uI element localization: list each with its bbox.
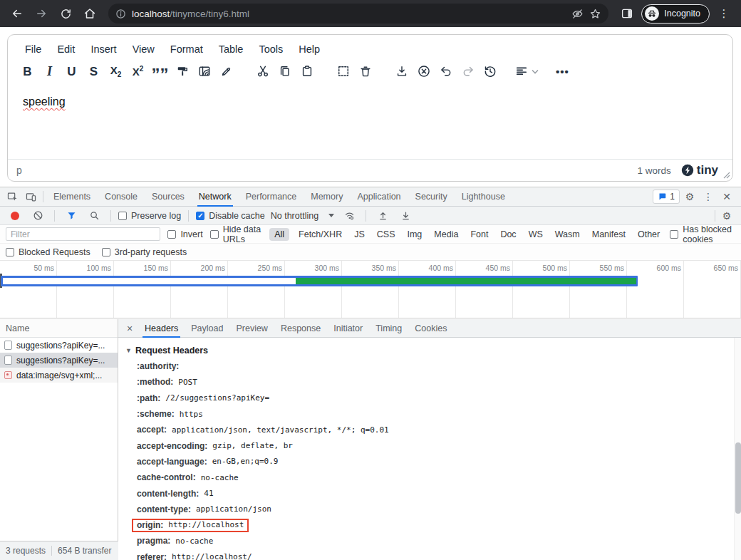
permanent-pen-button[interactable] (215, 61, 237, 82)
underline-button[interactable]: U (61, 61, 83, 82)
network-search-button[interactable] (85, 208, 103, 224)
eye-blocked-icon[interactable] (571, 8, 584, 20)
network-settings-button[interactable]: ⚙ (718, 208, 735, 224)
network-conditions-button[interactable] (340, 208, 358, 224)
devtools-menu-button[interactable]: ⋮ (700, 189, 717, 204)
more-button[interactable]: ••• (551, 61, 574, 82)
request-row[interactable]: suggestions?apiKey=... (0, 338, 118, 353)
redo-button[interactable] (457, 61, 479, 82)
menu-file[interactable]: File (18, 41, 48, 58)
export-button[interactable] (390, 61, 413, 82)
menu-view[interactable]: View (125, 41, 162, 58)
browser-menu-button[interactable]: ⋮ (714, 4, 734, 24)
menu-format[interactable]: Format (163, 41, 210, 58)
strikethrough-button[interactable]: S (83, 61, 105, 82)
throttling-dropdown[interactable]: No throttling (269, 211, 336, 221)
request-row[interactable]: data:image/svg+xml;... (0, 368, 118, 383)
third-party-requests-checkbox[interactable]: 3rd-party requests (102, 247, 187, 257)
device-toolbar-button[interactable] (21, 189, 40, 204)
filter-type-css[interactable]: CSS (374, 228, 398, 241)
network-overview-timeline[interactable]: 50 ms100 ms150 ms200 ms250 ms300 ms350 m… (0, 261, 741, 318)
devtools-tab-sources[interactable]: Sources (145, 187, 192, 207)
devtools-tab-performance[interactable]: Performance (239, 187, 304, 207)
blockquote-button[interactable]: ”” (149, 61, 171, 82)
forward-button[interactable] (31, 4, 51, 24)
devtools-tab-elements[interactable]: Elements (46, 187, 98, 207)
menu-tools[interactable]: Tools (252, 41, 290, 58)
devtools-tab-security[interactable]: Security (408, 187, 455, 207)
menu-help[interactable]: Help (291, 41, 327, 58)
devtools-settings-button[interactable]: ⚙ (681, 189, 698, 204)
details-tab-response[interactable]: Response (274, 319, 327, 338)
restore-draft-button[interactable] (479, 61, 501, 82)
filter-type-ws[interactable]: WS (526, 228, 546, 241)
misspelled-word[interactable]: speeling (23, 95, 66, 108)
hide-data-urls-checkbox[interactable]: Hide data URLs (210, 224, 263, 244)
menu-edit[interactable]: Edit (50, 41, 82, 58)
filter-input[interactable] (6, 227, 160, 241)
preserve-log-checkbox[interactable]: Preserve log (118, 211, 181, 221)
filter-type-img[interactable]: Img (404, 228, 425, 241)
filter-type-media[interactable]: Media (431, 228, 461, 241)
copy-button[interactable] (274, 61, 296, 82)
details-scrollbar[interactable] (734, 338, 741, 560)
issues-counter[interactable]: 1 (653, 190, 680, 204)
record-button[interactable] (6, 208, 24, 224)
remove-button[interactable] (354, 61, 376, 82)
devtools-close-button[interactable]: ✕ (718, 189, 735, 204)
menu-table[interactable]: Table (212, 41, 251, 58)
devtools-tab-lighthouse[interactable]: Lighthouse (455, 187, 512, 207)
reload-button[interactable] (56, 4, 76, 24)
site-info-icon[interactable] (115, 9, 126, 19)
clear-button[interactable] (28, 208, 47, 224)
has-blocked-cookies-checkbox[interactable]: Has blocked cookies (670, 224, 735, 244)
filter-toggle-button[interactable] (62, 208, 81, 224)
filter-type-fetch-xhr[interactable]: Fetch/XHR (296, 228, 345, 241)
page-embed-button[interactable] (193, 61, 215, 82)
select-all-button[interactable] (332, 61, 354, 82)
devtools-tab-network[interactable]: Network (192, 187, 239, 207)
filter-type-doc[interactable]: Doc (497, 228, 519, 241)
export-har-button[interactable] (396, 208, 415, 224)
details-tab-payload[interactable]: Payload (185, 319, 229, 338)
filter-type-wasm[interactable]: Wasm (552, 228, 583, 241)
details-tab-preview[interactable]: Preview (229, 319, 274, 338)
disable-cache-checkbox[interactable]: Disable cache (196, 211, 265, 221)
request-row[interactable]: suggestions?apiKey=... (0, 353, 118, 368)
import-har-button[interactable] (373, 208, 392, 224)
devtools-tab-console[interactable]: Console (98, 187, 145, 207)
back-button[interactable] (7, 4, 27, 24)
filter-type-font[interactable]: Font (467, 228, 491, 241)
bookmark-star-icon[interactable] (589, 8, 601, 20)
filter-type-all[interactable]: All (269, 228, 289, 241)
home-button[interactable] (80, 4, 100, 24)
details-close-button[interactable]: × (123, 323, 137, 334)
menu-insert[interactable]: Insert (83, 41, 123, 58)
name-column-header[interactable]: Name (0, 319, 118, 338)
devtools-tab-application[interactable]: Application (350, 187, 408, 207)
editor-content[interactable]: speeling (8, 85, 732, 159)
format-painter-button[interactable] (171, 61, 193, 82)
incognito-badge[interactable]: Incognito (641, 4, 710, 24)
superscript-button[interactable]: X2 (127, 61, 149, 82)
undo-button[interactable] (435, 61, 457, 82)
details-tab-timing[interactable]: Timing (369, 319, 408, 338)
details-tab-cookies[interactable]: Cookies (408, 319, 453, 338)
filter-type-other[interactable]: Other (635, 228, 663, 241)
cut-button[interactable] (252, 61, 274, 82)
request-headers-section[interactable]: ▼ Request Headers (125, 343, 734, 358)
scrollbar-thumb[interactable] (735, 442, 741, 514)
filter-type-manifest[interactable]: Manifest (589, 228, 628, 241)
details-tab-headers[interactable]: Headers (138, 319, 185, 338)
side-panel-button[interactable] (617, 4, 637, 24)
devtools-tab-memory[interactable]: Memory (304, 187, 350, 207)
invert-checkbox[interactable]: Invert (167, 229, 202, 239)
details-tab-initiator[interactable]: Initiator (327, 319, 369, 338)
blocked-requests-checkbox[interactable]: Blocked Requests (6, 247, 90, 257)
italic-button[interactable]: I (38, 61, 61, 82)
word-count[interactable]: 1 words (637, 165, 670, 176)
resize-grip-icon[interactable] (723, 172, 730, 179)
tiny-branding[interactable]: tiny (681, 163, 718, 177)
url-bar[interactable]: localhost/tinymce/tiny6.html (108, 4, 608, 24)
paste-button[interactable] (296, 61, 318, 82)
